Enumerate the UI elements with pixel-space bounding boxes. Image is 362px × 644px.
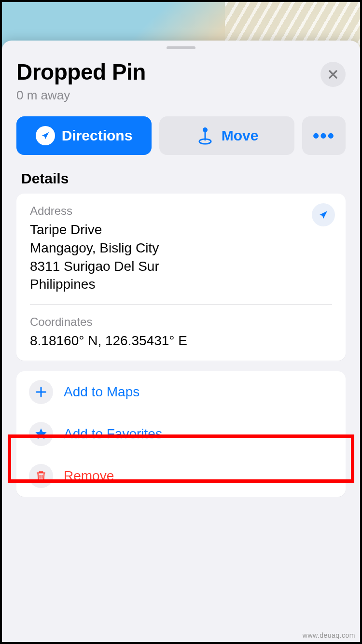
address-block: Address Taripe Drive Mangagoy, Bislig Ci… <box>16 194 346 304</box>
move-label: Move <box>222 127 259 144</box>
sheet-grabber[interactable] <box>167 46 195 49</box>
address-line: Philippines <box>30 275 332 294</box>
details-card: Address Taripe Drive Mangagoy, Bislig Ci… <box>16 194 346 361</box>
coordinates-label: Coordinates <box>30 315 332 329</box>
address-line: 8311 Surigao Del Sur <box>30 257 332 276</box>
add-to-maps-row[interactable]: Add to Maps <box>16 371 346 413</box>
coordinates-value: 8.18160° N, 126.35431° E <box>30 332 332 350</box>
address-label: Address <box>30 204 332 218</box>
remove-row[interactable]: Remove <box>16 455 346 497</box>
svg-point-2 <box>203 127 208 132</box>
move-button[interactable]: Move <box>159 116 294 155</box>
ellipsis-icon: ••• <box>313 126 335 146</box>
address-line: Mangagoy, Bislig City <box>30 239 332 257</box>
directions-label: Directions <box>62 127 133 144</box>
more-button[interactable]: ••• <box>302 116 346 155</box>
add-to-maps-label: Add to Maps <box>64 384 139 400</box>
plus-icon <box>29 380 53 404</box>
directions-button[interactable]: Directions <box>16 116 152 155</box>
share-address-button[interactable] <box>312 203 335 226</box>
watermark: www.deuaq.com <box>303 631 355 639</box>
details-section-title: Details <box>2 168 360 194</box>
page-title: Dropped Pin <box>16 59 320 85</box>
distance-subtitle: 0 m away <box>16 88 320 103</box>
bottom-sheet: Dropped Pin 0 m away Directions Mo <box>2 41 360 642</box>
coordinates-block: Coordinates 8.18160° N, 126.35431° E <box>16 305 346 361</box>
add-to-favorites-row[interactable]: Add to Favorites <box>16 413 346 455</box>
star-icon <box>29 422 53 446</box>
add-to-favorites-label: Add to Favorites <box>64 426 162 442</box>
directions-icon <box>36 126 55 145</box>
actions-list-card: Add to Maps Add to Favorites Remove <box>16 371 346 497</box>
actions-row: Directions Move ••• <box>2 108 360 168</box>
share-arrow-icon <box>318 209 329 221</box>
sheet-header: Dropped Pin 0 m away <box>2 59 360 108</box>
pin-move-icon <box>195 126 215 145</box>
close-button[interactable] <box>320 62 346 87</box>
remove-label: Remove <box>64 468 114 484</box>
trash-icon <box>29 464 53 488</box>
close-icon <box>327 69 339 80</box>
address-line: Taripe Drive <box>30 221 332 239</box>
